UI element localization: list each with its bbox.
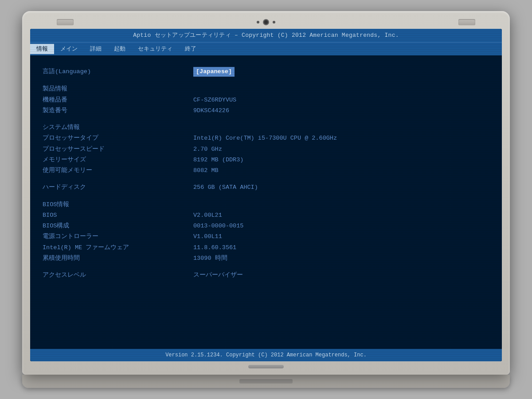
cpu-label: プロセッサータイプ <box>43 134 193 143</box>
screen: Aptio セットアップユーティリティ – Copyright (C) 2012… <box>30 29 502 361</box>
indicator-dot-2 <box>273 21 275 23</box>
memory-label: メモリーサイズ <box>43 156 193 164</box>
camera-area <box>257 19 275 25</box>
serial-value: 9DKSC44226 <box>193 106 229 115</box>
bios-config-label: BIOS構成 <box>43 222 193 231</box>
footer-text: Version 2.15.1234. Copyright (C) 2012 Am… <box>165 352 367 358</box>
serial-label: 製造番号 <box>43 106 193 115</box>
trackpad-stub <box>239 379 293 383</box>
bios-row: BIOS V2.00L21 <box>43 210 489 221</box>
cpu-speed-row: プロセッサースピード 2.70 GHz <box>43 144 489 155</box>
hdd-row: ハードディスク 256 GB (SATA AHCI) <box>43 182 489 193</box>
laptop-outer: Aptio セットアップユーティリティ – Copyright (C) 2012… <box>22 11 510 375</box>
bios-config-value: 0013-0000-0015 <box>193 222 243 231</box>
bios-label: BIOS <box>43 211 193 220</box>
intel-me-value: 11.8.60.3561 <box>193 243 236 252</box>
cpu-row: プロセッサータイプ Intel(R) Core(TM) i5-7300U CPU… <box>43 133 489 144</box>
language-label: 言語(Language) <box>43 67 193 76</box>
power-ctrl-value: V1.00L11 <box>193 232 222 241</box>
avail-mem-label: 使用可能メモリー <box>43 166 193 175</box>
content-area: 言語(Language) [Japanese] 製品情報 機種品番 CF-SZ6… <box>30 55 502 349</box>
hdd-value: 256 GB (SATA AHCI) <box>193 183 258 192</box>
intel-me-label: Intel(R) ME ファームウェア <box>43 243 193 252</box>
webcam <box>263 19 269 25</box>
menu-item-detail[interactable]: 詳細 <box>84 44 108 55</box>
serial-row: 製造番号 9DKSC44226 <box>43 106 489 116</box>
product-info-header-row: 製品情報 <box>43 84 489 94</box>
usage-time-value: 13090 時間 <box>193 254 227 263</box>
laptop-base <box>22 375 510 388</box>
cpu-speed-value: 2.70 GHz <box>193 145 222 154</box>
menu-item-end[interactable]: 終了 <box>179 44 203 55</box>
model-label: 機種品番 <box>43 96 193 105</box>
menu-item-boot[interactable]: 起動 <box>108 44 132 55</box>
bios-value: V2.00L21 <box>193 211 222 220</box>
menu-item-joho[interactable]: 情報 <box>30 44 54 55</box>
language-row: 言語(Language) [Japanese] <box>43 66 489 78</box>
product-info-label: 製品情報 <box>43 85 193 94</box>
bios-screen: Aptio セットアップユーティリティ – Copyright (C) 2012… <box>30 29 502 361</box>
memory-row: メモリーサイズ 8192 MB (DDR3) <box>43 155 489 165</box>
power-ctrl-row: 電源コントローラー V1.00L11 <box>43 231 489 242</box>
intel-me-row: Intel(R) ME ファームウェア 11.8.60.3561 <box>43 243 489 253</box>
avail-mem-value: 8082 MB <box>193 166 219 175</box>
bios-info-section-label: BIOS情報 <box>43 200 193 209</box>
bottom-bar <box>30 361 502 370</box>
cpu-speed-label: プロセッサースピード <box>43 145 193 154</box>
top-bezels <box>30 19 502 25</box>
bios-config-row: BIOS構成 0013-0000-0015 <box>43 221 489 231</box>
top-right-btn <box>458 19 475 25</box>
avail-mem-row: 使用可能メモリー 8082 MB <box>43 165 489 176</box>
bios-info-header-row: BIOS情報 <box>43 200 489 210</box>
top-left-btn <box>57 19 74 25</box>
memory-value: 8192 MB (DDR3) <box>193 156 243 164</box>
hinge-area <box>248 365 284 368</box>
access-level-value: スーパーバイザー <box>193 271 243 280</box>
power-ctrl-label: 電源コントローラー <box>43 232 193 241</box>
menu-item-security[interactable]: セキュリティ <box>132 44 179 55</box>
hdd-label: ハードディスク <box>43 183 193 192</box>
cpu-value: Intel(R) Core(TM) i5-7300U CPU @ 2.60GHz <box>193 134 337 143</box>
usage-time-row: 累積使用時間 13090 時間 <box>43 253 489 264</box>
menu-bar: 情報 メイン 詳細 起動 セキュリティ 終了 <box>30 42 502 56</box>
usage-time-label: 累積使用時間 <box>43 254 193 263</box>
laptop-wrapper: Aptio セットアップユーティリティ – Copyright (C) 2012… <box>22 11 510 388</box>
title-bar: Aptio セットアップユーティリティ – Copyright (C) 2012… <box>30 29 502 42</box>
footer-bar: Version 2.15.1234. Copyright (C) 2012 Am… <box>30 349 502 361</box>
title-text: Aptio セットアップユーティリティ – Copyright (C) 2012… <box>133 32 399 39</box>
access-level-label: アクセスレベル <box>43 271 193 280</box>
model-value: CF-SZ6RDYVUS <box>193 96 236 105</box>
access-level-row: アクセスレベル スーパーバイザー <box>43 270 489 281</box>
menu-item-main[interactable]: メイン <box>54 44 84 55</box>
system-info-label: システム情報 <box>43 123 193 132</box>
indicator-dot <box>257 21 259 23</box>
system-info-header-row: システム情報 <box>43 122 489 133</box>
language-value[interactable]: [Japanese] <box>193 67 235 77</box>
model-row: 機種品番 CF-SZ6RDYVUS <box>43 95 489 106</box>
